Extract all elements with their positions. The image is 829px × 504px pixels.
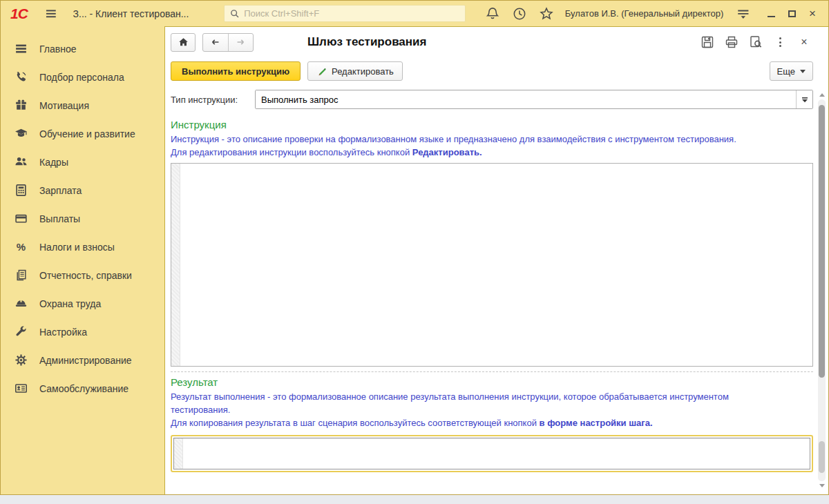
page-title: Шлюз тестирования — [307, 35, 426, 49]
search-input[interactable] — [244, 8, 460, 19]
sidebar-item-self-service[interactable]: Самообслуживание — [1, 374, 164, 403]
edit-button[interactable]: Редактировать — [307, 61, 403, 81]
more-button-label: Еще — [777, 66, 795, 77]
history-icon[interactable] — [512, 6, 527, 21]
window-title: З... - Клиент тестирован... — [73, 8, 218, 19]
sidebar-item-reports[interactable]: Отчетность, справки — [1, 261, 164, 289]
notifications-bell-icon[interactable] — [485, 6, 500, 21]
sidebar-item-label: Охрана труда — [39, 298, 101, 309]
card-icon — [15, 212, 28, 225]
result-section: Результат Результат выполнения - это фор… — [171, 376, 813, 472]
scrollbar-thumb-secondary[interactable] — [819, 441, 825, 473]
scrollbar-track[interactable] — [818, 99, 826, 481]
form-close-icon[interactable]: × — [797, 35, 812, 50]
1c-logo: 1С — [10, 6, 28, 22]
sidebar-item-label: Подбор персонала — [39, 72, 124, 83]
forward-button[interactable] — [229, 34, 254, 51]
documents-icon — [15, 269, 28, 282]
sidebar-item-motivation[interactable]: Мотивация — [1, 91, 164, 119]
sidebar-item-label: Зарплата — [39, 185, 82, 196]
sidebar-item-label: Администрирование — [39, 355, 132, 366]
sidebar-item-label: Кадры — [39, 157, 68, 168]
sidebar-item-label: Отчетность, справки — [39, 270, 132, 281]
form-area: Шлюз тестирования × Выполнить инс — [164, 26, 828, 494]
sidebar: ГлавноеПодбор персоналаМотивацияОбучение… — [1, 26, 164, 494]
gear-icon — [15, 353, 28, 367]
sidebar-item-label: Выплаты — [39, 213, 80, 224]
instruction-heading: Инструкция — [171, 119, 813, 130]
sidebar-item-payments[interactable]: Выплаты — [1, 204, 164, 233]
sidebar-item-labor-safety[interactable]: Охрана труда — [1, 289, 164, 318]
titlebar: 1С З... - Клиент тестирован... Булатов И… — [1, 1, 828, 26]
vertical-scrollbar[interactable] — [817, 93, 826, 487]
main-menu-icon[interactable] — [44, 7, 58, 21]
print-icon[interactable] — [724, 35, 739, 50]
wrench-icon — [15, 325, 28, 338]
scrollbar-thumb[interactable] — [819, 105, 825, 378]
result-description: Результат выполнения - это формализованн… — [171, 390, 782, 416]
editor-gutter — [174, 438, 183, 469]
instruction-section: Инструкция Инструкция - это описание про… — [171, 119, 813, 367]
calculator-icon — [15, 184, 28, 197]
save-icon[interactable] — [700, 35, 715, 50]
minimize-button[interactable] — [761, 6, 781, 22]
instruction-type-label: Тип инструкции: — [171, 95, 255, 105]
sidebar-item-label: Настройка — [39, 327, 87, 338]
combo-arrow-icon — [801, 97, 808, 103]
current-user[interactable]: Булатов И.В. (Генеральный директор) — [565, 8, 724, 19]
result-editor[interactable] — [173, 438, 810, 469]
window-close-button[interactable]: × — [802, 6, 823, 22]
app-window: 1С З... - Клиент тестирован... Булатов И… — [0, 0, 829, 495]
print-preview-icon[interactable] — [748, 35, 763, 50]
sidebar-item-recruiting[interactable]: Подбор персонала — [1, 63, 164, 91]
chevron-down-icon — [800, 70, 806, 73]
graduation-icon — [15, 127, 28, 140]
people-icon — [15, 155, 28, 168]
edit-button-label: Редактировать — [332, 66, 394, 77]
service-menu-icon[interactable] — [736, 6, 751, 21]
result-editor-focus-ring — [171, 435, 813, 472]
sidebar-item-label: Обучение и развитие — [39, 128, 135, 139]
instruction-hint: Для редактирования инструкции воспользуй… — [171, 146, 782, 159]
back-button[interactable] — [203, 34, 229, 51]
instruction-type-dropdown-button[interactable] — [796, 90, 812, 108]
favorites-star-icon[interactable] — [539, 6, 554, 21]
sidebar-item-label: Главное — [39, 43, 77, 55]
sidebar-item-salary[interactable]: Зарплата — [1, 176, 164, 204]
result-editor-text[interactable] — [183, 438, 810, 469]
sidebar-item-administration[interactable]: Администрирование — [1, 346, 164, 374]
home-button[interactable] — [171, 33, 196, 52]
result-heading: Результат — [171, 376, 813, 388]
history-nav-group — [202, 33, 254, 52]
scroll-down-icon[interactable] — [819, 484, 825, 487]
sidebar-item-label: Налоги и взносы — [39, 242, 115, 253]
phone-icon — [15, 70, 28, 84]
instruction-description: Инструкция - это описание проверки на фо… — [171, 133, 782, 146]
editor-gutter — [171, 164, 180, 366]
global-search-box[interactable] — [224, 5, 466, 22]
result-hint: Для копирования результата в шаг сценари… — [171, 416, 782, 429]
instruction-editor-text[interactable] — [180, 164, 812, 366]
more-menu-kebab-icon[interactable] — [772, 35, 788, 50]
maximize-button[interactable] — [781, 6, 802, 22]
section-divider — [171, 371, 813, 372]
percent-icon: % — [15, 240, 28, 253]
scroll-up-icon[interactable] — [819, 93, 825, 97]
sidebar-item-label: Мотивация — [39, 100, 89, 111]
more-button[interactable]: Еще — [770, 61, 813, 81]
instruction-type-field — [255, 90, 813, 109]
instruction-editor[interactable] — [171, 163, 813, 367]
sidebar-item-taxes[interactable]: %Налоги и взносы — [1, 233, 164, 261]
run-instruction-button[interactable]: Выполнить инструкцию — [171, 61, 301, 81]
gift-icon — [15, 99, 28, 112]
menu-icon — [15, 42, 28, 55]
idcard-icon — [15, 382, 28, 395]
sidebar-item-hr[interactable]: Кадры — [1, 148, 164, 176]
pencil-icon — [316, 66, 327, 77]
sidebar-item-label: Самообслуживание — [39, 383, 128, 394]
sidebar-item-training[interactable]: Обучение и развитие — [1, 119, 164, 148]
sidebar-item-main[interactable]: Главное — [1, 35, 164, 63]
sidebar-item-settings[interactable]: Настройка — [1, 318, 164, 346]
instruction-type-input[interactable] — [256, 90, 796, 108]
search-icon — [229, 8, 240, 19]
